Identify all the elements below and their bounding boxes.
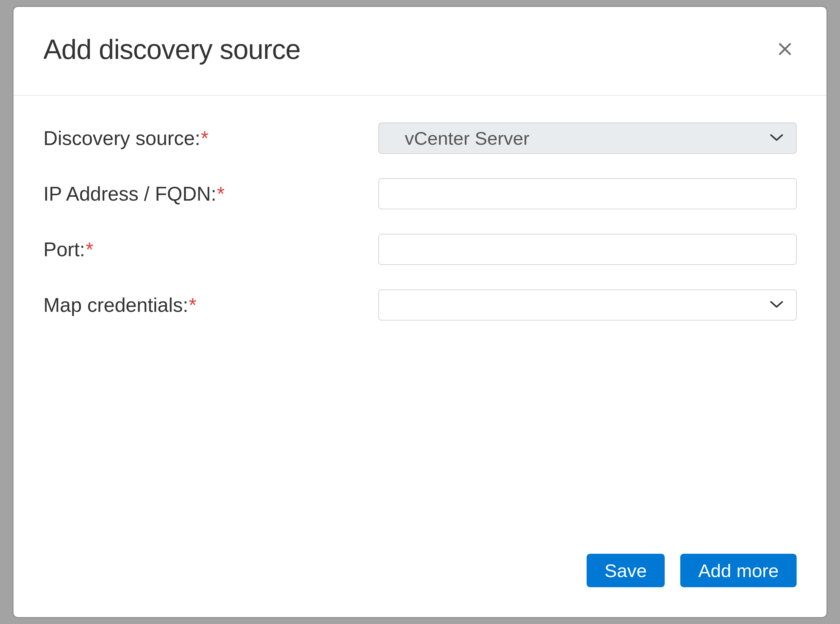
required-asterisk: * [201,127,209,149]
save-button[interactable]: Save [586,554,665,587]
required-asterisk: * [85,238,93,260]
map-credentials-select-wrapper [378,289,797,321]
ip-address-input[interactable] [378,178,797,209]
discovery-source-label: Discovery source:* [43,127,378,150]
add-more-button[interactable]: Add more [680,554,797,587]
required-asterisk: * [217,183,225,205]
modal-title: Add discovery source [43,34,301,65]
discovery-source-row: Discovery source:* vCenter Server [43,123,797,154]
port-label: Port:* [43,238,378,261]
add-discovery-source-modal: Add discovery source Discovery source:* … [12,6,828,618]
modal-footer: Save Add more [14,554,826,617]
modal-body: Discovery source:* vCenter Server IP Add… [14,96,826,554]
ip-address-label: IP Address / FQDN:* [43,182,378,205]
ip-address-row: IP Address / FQDN:* [43,178,797,209]
port-row: Port:* [43,234,797,265]
close-icon [776,40,794,59]
required-asterisk: * [189,294,196,316]
discovery-source-select[interactable]: vCenter Server [378,123,797,154]
discovery-source-select-wrapper: vCenter Server [378,123,797,154]
modal-header: Add discovery source [14,7,826,96]
map-credentials-label: Map credentials:* [43,293,378,316]
map-credentials-select[interactable] [378,289,797,321]
port-input[interactable] [378,234,797,265]
close-button[interactable] [773,37,797,62]
map-credentials-row: Map credentials:* [43,289,797,321]
